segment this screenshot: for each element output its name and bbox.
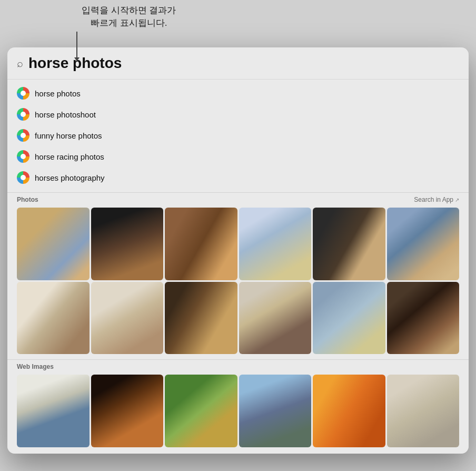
photo-12[interactable] [387, 282, 460, 355]
safari-icon-4 [17, 150, 29, 163]
web-image-5[interactable] [313, 375, 385, 447]
suggestions-list: horse photos horse photoshoot funny hors… [7, 80, 469, 191]
safari-icon-5 [17, 171, 29, 184]
tooltip: 입력을 시작하면 결과가 빠르게 표시됩니다. [82, 4, 176, 30]
photo-8[interactable] [91, 282, 164, 355]
photo-9[interactable] [165, 282, 237, 355]
photos-section-title: Photos [17, 196, 38, 203]
web-images-grid [7, 372, 469, 454]
safari-icon-2 [17, 108, 29, 121]
web-image-3[interactable] [165, 375, 237, 447]
suggestion-item-3[interactable]: funny horse photos [7, 125, 469, 146]
web-image-6[interactable] [387, 375, 460, 447]
suggestion-item-2[interactable]: horse photoshoot [7, 104, 469, 125]
suggestion-item-1[interactable]: horse photos [7, 83, 469, 104]
web-images-section-title: Web Images [17, 363, 54, 370]
spotlight-panel: ⌕ horse photos horse photos horse photos… [7, 47, 469, 454]
photos-section-header: Photos Search in App ↗ [7, 192, 469, 205]
photos-grid [7, 205, 469, 358]
web-image-2[interactable] [91, 375, 164, 447]
photo-10[interactable] [239, 282, 312, 355]
suggestion-text-4: horse racing photos [35, 152, 104, 161]
tooltip-arrow [76, 32, 77, 58]
search-query[interactable]: horse photos [28, 55, 459, 72]
suggestion-text-3: funny horse photos [35, 131, 102, 140]
search-in-app-arrow-icon: ↗ [455, 197, 459, 203]
photo-4[interactable] [239, 208, 312, 280]
suggestion-item-5[interactable]: horses photography [7, 167, 469, 188]
photo-2[interactable] [91, 208, 164, 280]
photo-1[interactable] [17, 208, 90, 280]
photo-3[interactable] [165, 208, 237, 280]
web-image-4[interactable] [239, 375, 312, 447]
web-images-section-header: Web Images [7, 359, 469, 372]
suggestion-text-2: horse photoshoot [35, 110, 96, 119]
search-in-app-button[interactable]: Search in App ↗ [414, 196, 459, 203]
suggestion-item-4[interactable]: horse racing photos [7, 146, 469, 167]
photo-5[interactable] [313, 208, 385, 280]
search-in-app-label: Search in App [414, 196, 453, 203]
suggestion-text-5: horses photography [35, 173, 105, 182]
tooltip-line2: 빠르게 표시됩니다. [82, 17, 176, 30]
safari-icon-3 [17, 129, 29, 142]
suggestion-text-1: horse photos [35, 89, 81, 98]
web-image-1[interactable] [17, 375, 90, 447]
safari-icon-1 [17, 87, 29, 100]
photo-11[interactable] [313, 282, 385, 355]
search-icon: ⌕ [17, 57, 23, 70]
tooltip-line1: 입력을 시작하면 결과가 [82, 4, 176, 17]
photo-7[interactable] [17, 282, 90, 355]
photo-6[interactable] [387, 208, 460, 280]
